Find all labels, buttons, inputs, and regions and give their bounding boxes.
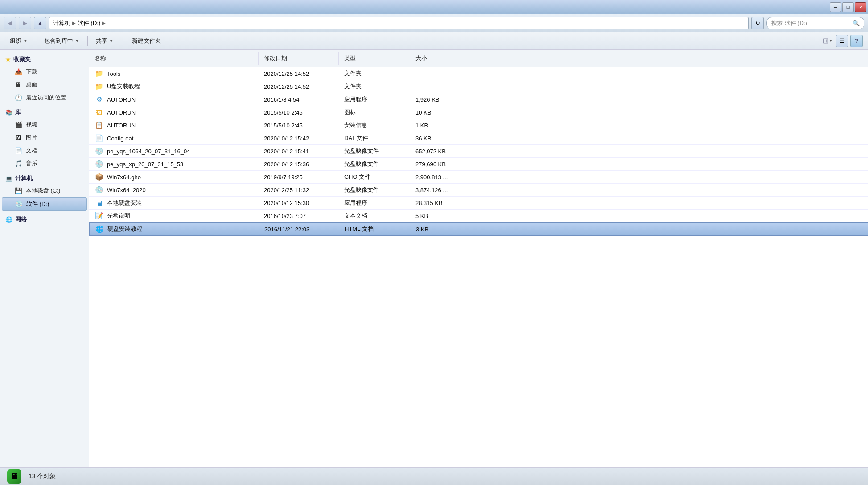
file-size: 28,315 KB: [415, 200, 443, 206]
col-size[interactable]: 大小: [410, 52, 468, 65]
col-name[interactable]: 名称: [89, 52, 259, 65]
file-size: 1,926 KB: [415, 96, 440, 103]
breadcrumb-arrow-1: ▶: [72, 21, 76, 25]
file-type: 安装信息: [344, 121, 367, 129]
table-row[interactable]: 💿 Win7x64_2020 2020/12/25 11:32 光盘映像文件 3…: [89, 184, 868, 197]
organize-button[interactable]: 组织 ▼: [5, 35, 32, 47]
help-icon: ?: [855, 37, 858, 44]
file-cell-name: 📋 AUTORUN: [89, 119, 259, 132]
view-options-button[interactable]: ⊞ ▼: [822, 35, 834, 47]
sidebar-item-desktop[interactable]: 🖥 桌面: [2, 78, 87, 91]
sidebar-item-music[interactable]: 🎵 音乐: [2, 157, 87, 170]
file-cell-name: 📝 光盘说明: [89, 210, 259, 222]
organize-dropdown-icon: ▼: [23, 38, 28, 43]
file-type: 文件夹: [344, 70, 362, 78]
file-cell-modified: 2020/12/25 11:32: [259, 185, 339, 195]
table-row[interactable]: 🖥 本地硬盘安装 2020/10/12 15:30 应用程序 28,315 KB: [89, 197, 868, 210]
maximize-button[interactable]: □: [842, 2, 854, 12]
back-button[interactable]: ◀: [4, 17, 16, 29]
sidebar-item-doc[interactable]: 📄 文档: [2, 144, 87, 157]
status-app-icon: 🖥: [7, 469, 21, 484]
forward-button[interactable]: ▶: [19, 17, 31, 29]
table-row[interactable]: 🖼 AUTORUN 2015/5/10 2:45 图标 10 KB: [89, 106, 868, 119]
library-label: 库: [15, 108, 21, 116]
file-modified: 2016/10/23 7:07: [264, 213, 306, 219]
file-size: 1 KB: [415, 122, 428, 129]
sidebar-computer-header[interactable]: 💻 计算机: [0, 173, 89, 184]
file-size: 3,874,126 ...: [415, 187, 448, 193]
sidebar-item-video[interactable]: 🎬 视频: [2, 119, 87, 131]
table-row[interactable]: 🌐 硬盘安装教程 2016/11/21 22:03 HTML 文档 3 KB: [89, 222, 868, 236]
sidebar-item-downloads[interactable]: 📥 下载: [2, 66, 87, 78]
include-dropdown-icon: ▼: [75, 38, 79, 43]
file-icon: 🖼: [95, 108, 103, 117]
sidebar-favorites-header[interactable]: ★ 收藏夹: [0, 53, 89, 65]
file-name: Win7x64.gho: [107, 174, 141, 181]
file-cell-name: 💿 Win7x64_2020: [89, 184, 259, 196]
address-bar: ◀ ▶ ▲ 计算机 ▶ 软件 (D:) ▶ ↻ 搜索 软件 (D:) 🔍: [0, 14, 868, 32]
file-cell-size: 10 KB: [410, 107, 468, 118]
computer-icon: 💻: [5, 175, 12, 182]
file-cell-size: 5 KB: [410, 211, 468, 221]
table-row[interactable]: 📁 Tools 2020/12/25 14:52 文件夹: [89, 67, 868, 80]
file-cell-modified: 2019/9/7 19:25: [259, 172, 339, 182]
sidebar-network-header[interactable]: 🌐 网络: [0, 214, 89, 225]
drive-c-label: 本地磁盘 (C:): [26, 187, 60, 195]
table-row[interactable]: 📝 光盘说明 2016/10/23 7:07 文本文档 5 KB: [89, 210, 868, 222]
include-button[interactable]: 包含到库中 ▼: [40, 35, 84, 47]
drive-d-icon: 💿: [15, 200, 23, 208]
status-icon-glyph: 🖥: [10, 472, 18, 481]
file-size: 5 KB: [415, 213, 428, 219]
file-icon: 📁: [95, 82, 103, 91]
table-row[interactable]: ⚙ AUTORUN 2016/1/8 4:54 应用程序 1,926 KB: [89, 93, 868, 106]
minimize-button[interactable]: ─: [830, 2, 841, 12]
details-view-button[interactable]: ☰: [836, 35, 848, 47]
downloads-label: 下载: [26, 68, 37, 76]
sidebar-item-image[interactable]: 🖼 图片: [2, 132, 87, 144]
library-icon: 📚: [5, 109, 12, 116]
help-button[interactable]: ?: [850, 35, 863, 47]
file-icon: 💿: [95, 160, 103, 169]
file-icon: 💿: [95, 185, 103, 194]
col-type[interactable]: 类型: [339, 52, 410, 65]
image-label: 图片: [26, 134, 37, 142]
sidebar-library-header[interactable]: 📚 库: [0, 107, 89, 118]
file-cell-modified: 2020/10/12 15:30: [259, 198, 339, 208]
table-row[interactable]: 📁 U盘安装教程 2020/12/25 14:52 文件夹: [89, 80, 868, 93]
share-button[interactable]: 共享 ▼: [91, 35, 118, 47]
file-modified: 2020/12/25 14:52: [264, 83, 309, 90]
file-type: 应用程序: [344, 95, 367, 103]
table-row[interactable]: 📦 Win7x64.gho 2019/9/7 19:25 GHO 文件 2,90…: [89, 171, 868, 184]
file-icon: 🌐: [95, 225, 104, 234]
col-modified[interactable]: 修改日期: [259, 52, 339, 65]
file-cell-modified: 2015/5/10 2:45: [259, 107, 339, 118]
file-modified: 2020/12/25 11:32: [264, 187, 309, 193]
file-modified: 2020/12/25 14:52: [264, 70, 309, 77]
doc-label: 文档: [26, 147, 37, 155]
music-label: 音乐: [26, 160, 37, 168]
file-modified: 2020/10/12 15:41: [264, 148, 309, 155]
new-folder-button[interactable]: 新建文件夹: [126, 35, 167, 47]
file-modified: 2016/11/21 22:03: [264, 226, 309, 233]
sidebar-item-drive-c[interactable]: 💾 本地磁盘 (C:): [2, 185, 87, 197]
search-icon: 🔍: [852, 20, 860, 26]
sidebar-item-recent[interactable]: 🕐 最近访问的位置: [2, 91, 87, 104]
table-row[interactable]: 📄 Config.dat 2020/10/12 15:42 DAT 文件 36 …: [89, 132, 868, 145]
file-cell-type: 图标: [339, 107, 410, 118]
table-row[interactable]: 💿 pe_yqs_1064_20_07_31_16_04 2020/10/12 …: [89, 145, 868, 158]
up-button[interactable]: ▲: [34, 17, 46, 29]
file-cell-size: [410, 85, 468, 88]
close-button[interactable]: ✕: [855, 2, 866, 12]
share-label: 共享: [96, 37, 107, 45]
file-modified: 2015/5/10 2:45: [264, 109, 303, 116]
favorites-label: 收藏夹: [13, 55, 31, 63]
table-row[interactable]: 💿 pe_yqs_xp_20_07_31_15_53 2020/10/12 15…: [89, 158, 868, 171]
file-icon: 📋: [95, 121, 103, 130]
refresh-button[interactable]: ↻: [751, 17, 764, 29]
breadcrumb[interactable]: 计算机 ▶ 软件 (D:) ▶: [49, 17, 749, 29]
sidebar-item-drive-d[interactable]: 💿 软件 (D:): [2, 197, 87, 211]
view-icon: ⊞: [823, 37, 829, 45]
search-bar[interactable]: 搜索 软件 (D:) 🔍: [766, 17, 864, 29]
table-row[interactable]: 📋 AUTORUN 2015/5/10 2:45 安装信息 1 KB: [89, 119, 868, 132]
file-cell-modified: 2015/5/10 2:45: [259, 120, 339, 131]
